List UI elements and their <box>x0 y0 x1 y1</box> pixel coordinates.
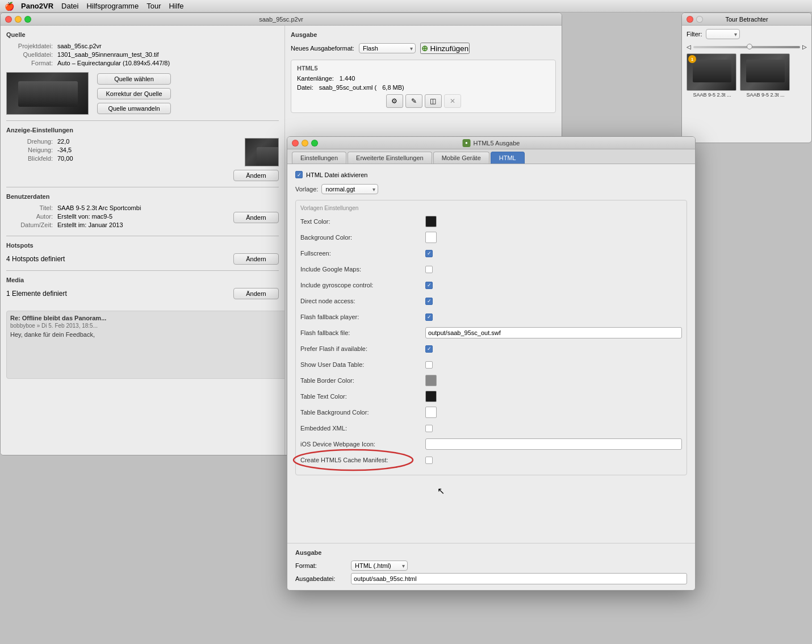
html-activate-checkbox[interactable] <box>295 171 303 178</box>
anzeige-section: Anzeige-Einstellungen Drehung: 22,0 Neig… <box>6 127 279 181</box>
html5-info-row: Kantenlänge: 1.440 <box>297 75 550 82</box>
slider-track[interactable] <box>693 46 800 48</box>
format-select[interactable]: Flash <box>359 43 416 53</box>
tab-mobile[interactable]: Mobile Geräte <box>433 152 489 164</box>
tb-minimize[interactable] <box>696 16 703 23</box>
dialog-title-text: HTML5 Ausgabe <box>474 140 520 147</box>
benutzer-aendern-button[interactable]: Ändern <box>233 212 279 223</box>
drehung-value: 22,0 <box>57 138 69 145</box>
setting-bg-color: Background Color: <box>300 232 682 243</box>
divider-3 <box>6 236 279 236</box>
table-bg-label: Table Background Color: <box>300 409 425 416</box>
menu-tour[interactable]: Tour <box>147 2 161 10</box>
gyroscope-label: Include gyroscope control: <box>300 282 425 288</box>
fullscreen-checkbox[interactable] <box>425 250 433 257</box>
datei-label: Datei: <box>297 84 313 91</box>
table-border-swatch[interactable] <box>425 375 437 386</box>
dialog-ausgabe-header: Ausgabe <box>295 549 687 557</box>
tool-preview[interactable]: ◫ <box>425 94 442 108</box>
table-border-label: Table Border Color: <box>300 377 425 384</box>
slider-left-icon: ◁ <box>687 44 691 50</box>
dialog-close[interactable] <box>292 140 299 147</box>
quelldatei-row: Quelldatei: 1301_saab_95innenraum_test_3… <box>6 51 279 58</box>
tb-traffic-lights <box>687 16 703 23</box>
flash-file-input[interactable] <box>425 327 682 338</box>
bg-color-swatch[interactable] <box>425 232 437 243</box>
filter-select[interactable] <box>706 29 740 39</box>
datum-value: Erstellt im: Januar 2013 <box>57 221 123 228</box>
node-access-checkbox[interactable] <box>425 298 433 305</box>
user-table-checkbox[interactable] <box>425 361 433 369</box>
text-color-swatch[interactable] <box>425 216 437 227</box>
app-name[interactable]: Pano2VR <box>21 2 53 10</box>
apple-menu[interactable]: 🍎 <box>5 2 14 11</box>
tool-settings[interactable]: ⚙ <box>386 94 403 108</box>
thumb-img-2 <box>740 53 790 91</box>
media-header: Media <box>6 277 279 285</box>
thumb-badge-1: 1 <box>688 55 696 63</box>
hotspots-aendern-button[interactable]: Ändern <box>233 253 279 265</box>
menu-hilfe[interactable]: Hilfe <box>169 2 183 10</box>
tab-html[interactable]: HTML <box>491 152 525 164</box>
umwandeln-button[interactable]: Quelle umwandeln <box>97 103 171 114</box>
vorlagen-box: Vorlagen Einstellungen Text Color: Backg… <box>295 200 687 475</box>
dialog-maximize[interactable] <box>311 140 318 147</box>
quelldatei-value: 1301_saab_95innenraum_test_30.tif <box>57 51 159 58</box>
tab-einstellungen[interactable]: Einstellungen <box>292 152 346 164</box>
datum-row: Datum/Zeit: Erstellt im: Januar 2013 <box>6 221 141 228</box>
embedded-xml-checkbox[interactable] <box>425 425 433 432</box>
vorlagen-title: Vorlagen Einstellungen <box>300 205 682 211</box>
embedded-xml-label: Embedded XML: <box>300 425 425 432</box>
tool-delete[interactable]: ✕ <box>444 94 461 108</box>
maximize-button[interactable] <box>24 16 31 23</box>
slider-bar: ◁ ▷ <box>682 43 811 51</box>
setting-table-border: Table Border Color: <box>300 375 682 386</box>
ausgabedatei-input[interactable] <box>351 573 687 584</box>
tab-erweitert[interactable]: Erweiterte Einstellungen <box>348 152 432 164</box>
titel-value: SAAB 9-5 2.3t Arc Sportcombi <box>57 204 141 211</box>
quelle-header: Quelle <box>6 31 279 39</box>
cache-manifest-checkbox[interactable] <box>425 457 433 464</box>
divider-2 <box>6 187 279 187</box>
slider-thumb[interactable] <box>747 44 752 49</box>
anzeige-thumbnail <box>245 138 279 166</box>
dialog-minimize[interactable] <box>302 140 308 147</box>
add-icon: ⊕ <box>421 44 428 53</box>
format-label: Neues Ausgabeformat: <box>291 45 354 52</box>
gyroscope-checkbox[interactable] <box>425 282 433 289</box>
filter-select-wrapper <box>706 29 740 39</box>
menu-datei[interactable]: Datei <box>61 2 78 10</box>
tb-close[interactable] <box>687 16 693 23</box>
anzeige-aendern-button[interactable]: Ändern <box>233 170 279 181</box>
menu-hilfsprogramme[interactable]: Hilfsprogramme <box>86 2 139 10</box>
ios-icon-input[interactable] <box>425 438 682 450</box>
minimize-button[interactable] <box>15 16 22 23</box>
thumbnail-2[interactable]: SAAB 9-5 2.3t ... <box>740 53 791 98</box>
media-aendern-button[interactable]: Ändern <box>233 288 279 299</box>
quelle-waehlen-button[interactable]: Quelle wählen <box>97 73 171 85</box>
flash-fallback-checkbox[interactable] <box>425 313 433 321</box>
fullscreen-label: Fullscreen: <box>300 250 425 257</box>
korrektur-button[interactable]: Korrektur der Quelle <box>97 88 171 99</box>
divider-4 <box>6 270 279 271</box>
close-button[interactable] <box>5 16 12 23</box>
table-bg-swatch[interactable] <box>425 407 437 418</box>
html-activate-label: HTML Datei aktivieren <box>306 172 367 178</box>
prefer-flash-checkbox[interactable] <box>425 345 433 353</box>
blickfeld-label: Blickfeld: <box>6 155 57 162</box>
thumbnail-1[interactable]: 1 SAAB 9-5 2.3t ... <box>687 53 738 98</box>
google-maps-checkbox[interactable] <box>425 266 433 273</box>
anzeige-thumb-img <box>245 139 278 166</box>
prefer-flash-label: Prefer Flash if available: <box>300 345 425 352</box>
setting-user-table: Show User Data Table: <box>300 359 682 370</box>
traffic-lights <box>5 16 31 23</box>
autor-label: Autor: <box>6 213 57 220</box>
table-text-swatch[interactable] <box>425 391 437 402</box>
format-select-wrapper: Flash <box>359 43 416 53</box>
hinzufuegen-button[interactable]: ⊕ Hinzufügen <box>420 43 470 54</box>
blickfeld-row: Blickfeld: 70,00 <box>6 155 228 162</box>
neigung-label: Neigung: <box>6 147 57 153</box>
vorlage-select[interactable]: normal.ggt <box>321 184 378 194</box>
tool-edit[interactable]: ✎ <box>405 94 422 108</box>
dialog-format-select[interactable]: HTML (.html) <box>351 561 408 571</box>
